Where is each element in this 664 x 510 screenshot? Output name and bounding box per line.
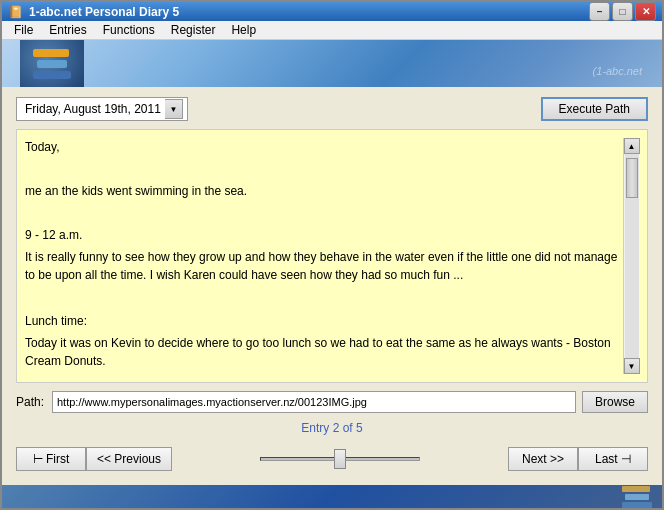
footer-book-2	[625, 494, 649, 500]
close-button[interactable]: ✕	[635, 2, 656, 21]
date-picker[interactable]: Friday, August 19th, 2011 ▼	[16, 97, 188, 121]
title-bar-controls: – □ ✕	[589, 2, 656, 21]
diary-line-blank-1	[25, 160, 619, 178]
maximize-button[interactable]: □	[612, 2, 633, 21]
nav-slider	[172, 457, 508, 461]
scroll-thumb[interactable]	[626, 158, 638, 198]
scroll-track[interactable]	[625, 154, 639, 358]
entry-info: Entry 2 of 5	[16, 421, 648, 435]
diary-line-2: 9 - 12 a.m.	[25, 226, 619, 244]
footer-decoration	[2, 485, 662, 508]
scroll-up-button[interactable]: ▲	[624, 138, 640, 154]
diary-scrollbar: ▲ ▼	[623, 138, 639, 374]
navigation-row: ⊢ First << Previous Next >> Last ⊣	[16, 443, 648, 475]
previous-button[interactable]: << Previous	[86, 447, 172, 471]
menu-bar: File Entries Functions Register Help	[2, 21, 662, 40]
footer-book-1	[622, 486, 650, 492]
date-dropdown-button[interactable]: ▼	[165, 99, 183, 119]
path-input[interactable]	[52, 391, 576, 413]
diary-line-4: Today it was on Kevin to decide where to…	[25, 334, 619, 370]
minimize-button[interactable]: –	[589, 2, 610, 21]
diary-line-1: me an the kids went swimming in the sea.	[25, 182, 619, 200]
menu-register[interactable]: Register	[163, 21, 224, 39]
main-window: 📔 1-abc.net Personal Diary 5 – □ ✕ File …	[0, 0, 664, 510]
logo-book-1	[33, 49, 69, 57]
logo-book-3	[33, 71, 71, 79]
main-content: Friday, August 19th, 2011 ▼ Execute Path…	[2, 87, 662, 485]
menu-functions[interactable]: Functions	[95, 21, 163, 39]
diary-line-blank-2	[25, 204, 619, 222]
logo-books	[33, 49, 71, 79]
first-button[interactable]: ⊢ First	[16, 447, 86, 471]
date-row: Friday, August 19th, 2011 ▼ Execute Path	[16, 97, 648, 121]
diary-line-0: Today,	[25, 138, 619, 156]
logo-book-2	[37, 60, 67, 68]
browse-button[interactable]: Browse	[582, 391, 648, 413]
footer-logo	[622, 486, 652, 508]
slider-thumb[interactable]	[334, 449, 346, 469]
window-title: 1-abc.net Personal Diary 5	[29, 5, 179, 19]
path-row: Path: Browse	[16, 391, 648, 413]
diary-section-lunch: Lunch time:	[25, 312, 619, 330]
menu-file[interactable]: File	[6, 21, 41, 39]
execute-path-button[interactable]: Execute Path	[541, 97, 648, 121]
path-label: Path:	[16, 395, 46, 409]
diary-line-blank-3	[25, 288, 619, 306]
header-logo	[20, 40, 84, 87]
last-button[interactable]: Last ⊣	[578, 447, 648, 471]
menu-entries[interactable]: Entries	[41, 21, 94, 39]
diary-area: Today, me an the kids went swimming in t…	[16, 129, 648, 383]
menu-help[interactable]: Help	[223, 21, 264, 39]
header-watermark: (1-abc.net	[592, 65, 642, 77]
window-icon: 📔	[8, 5, 23, 19]
footer-book-3	[622, 502, 652, 508]
header-banner: (1-abc.net	[2, 40, 662, 87]
diary-text[interactable]: Today, me an the kids went swimming in t…	[25, 138, 623, 374]
date-value: Friday, August 19th, 2011	[21, 102, 165, 116]
title-bar: 📔 1-abc.net Personal Diary 5 – □ ✕	[2, 2, 662, 21]
scroll-down-button[interactable]: ▼	[624, 358, 640, 374]
title-bar-left: 📔 1-abc.net Personal Diary 5	[8, 5, 179, 19]
next-button[interactable]: Next >>	[508, 447, 578, 471]
diary-line-3: It is really funny to see how they grow …	[25, 248, 619, 284]
slider-track[interactable]	[260, 457, 420, 461]
